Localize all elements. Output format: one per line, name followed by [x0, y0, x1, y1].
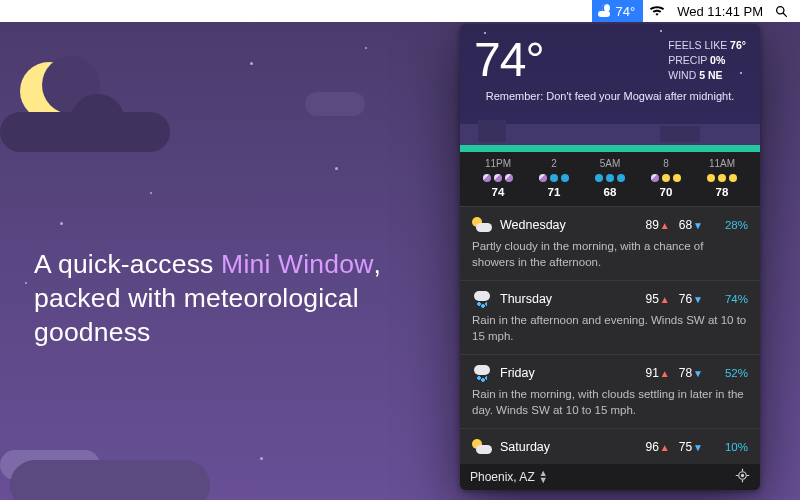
- day-high: 91▲: [645, 366, 670, 380]
- day-description: Rain in the morning, with clouds settlin…: [472, 387, 748, 418]
- forecast-day[interactable]: Thursday95▲76▼74%Rain in the afternoon a…: [460, 281, 760, 355]
- svg-line-1: [783, 13, 786, 16]
- hour-temp: 70: [638, 186, 694, 198]
- day-name: Thursday: [500, 292, 637, 306]
- hour-temp: 71: [526, 186, 582, 198]
- hour-temp: 74: [470, 186, 526, 198]
- current-conditions-panel[interactable]: 74° FEELS LIKE 76° PRECIP 0% WIND 5 NE R…: [460, 24, 760, 152]
- cloud-icon: [305, 92, 365, 116]
- menu-bar-temp: 74°: [616, 4, 636, 19]
- day-name: Saturday: [500, 440, 637, 454]
- rain-icon: [472, 289, 492, 309]
- menu-bar-clock[interactable]: Wed 11:41 PM: [671, 4, 769, 19]
- hour-condition-dots: [526, 172, 582, 183]
- day-precip: 52%: [718, 367, 748, 379]
- arrow-down-icon: ▼: [692, 294, 704, 305]
- arrow-up-icon: ▲: [659, 442, 671, 453]
- arrow-down-icon: ▼: [692, 368, 704, 379]
- day-name: Friday: [500, 366, 637, 380]
- mini-window-footer: Phoenix, AZ ▲▼: [460, 464, 760, 490]
- cloud-moon-icon: [598, 4, 612, 18]
- cloud-icon: [10, 460, 210, 500]
- hour-label: 5AM: [582, 158, 638, 169]
- grass-illustration: [460, 145, 760, 152]
- hour-condition-dots: [582, 172, 638, 183]
- partly-cloudy-icon: [472, 215, 492, 235]
- hourly-forecast-row[interactable]: 11PM25AM811AM7471687078: [460, 152, 760, 207]
- forecast-day[interactable]: Friday91▲78▼52%Rain in the morning, with…: [460, 355, 760, 429]
- hour-condition-dots: [638, 172, 694, 183]
- arrow-up-icon: ▲: [659, 368, 671, 379]
- day-name: Wednesday: [500, 218, 637, 232]
- mini-window: 74° FEELS LIKE 76° PRECIP 0% WIND 5 NE R…: [460, 24, 760, 490]
- day-description: Rain in the afternoon and evening. Winds…: [472, 313, 748, 344]
- feels-like-value: 76°: [730, 39, 746, 51]
- wifi-status-icon[interactable]: [643, 5, 671, 17]
- arrow-down-icon: ▼: [692, 442, 704, 453]
- day-high: 96▲: [645, 440, 670, 454]
- location-picker[interactable]: Phoenix, AZ ▲▼: [470, 470, 548, 484]
- rain-icon: [472, 363, 492, 383]
- spotlight-search-icon[interactable]: [769, 5, 794, 18]
- day-description: Partly cloudy in the morning, with a cha…: [472, 239, 748, 270]
- arrow-up-icon: ▲: [659, 294, 671, 305]
- wind-value: 5 NE: [699, 69, 722, 81]
- current-stats: FEELS LIKE 76° PRECIP 0% WIND 5 NE: [668, 38, 746, 84]
- daily-forecast-list[interactable]: Wednesday89▲68▼28%Partly cloudy in the m…: [460, 207, 760, 464]
- arrow-down-icon: ▼: [692, 220, 704, 231]
- day-low: 76▼: [679, 292, 704, 306]
- forecast-day[interactable]: Saturday96▲75▼10%Partly cloudy in the mo…: [460, 429, 760, 464]
- cloud-icon: [0, 112, 170, 152]
- day-low: 68▼: [679, 218, 704, 232]
- tagline-text: Remember: Don't feed your Mogwai after m…: [460, 89, 760, 104]
- hour-label: 8: [638, 158, 694, 169]
- day-low: 78▼: [679, 366, 704, 380]
- location-label: Phoenix, AZ: [470, 470, 535, 484]
- day-high: 95▲: [645, 292, 670, 306]
- locate-me-button[interactable]: [735, 468, 750, 486]
- day-precip: 10%: [718, 441, 748, 453]
- promo-headline-accent: Mini Window: [221, 249, 373, 279]
- hour-label: 2: [526, 158, 582, 169]
- day-low: 75▼: [679, 440, 704, 454]
- hour-condition-dots: [694, 172, 750, 183]
- precip-value: 0%: [710, 54, 725, 66]
- updown-icon: ▲▼: [539, 470, 548, 484]
- forecast-day[interactable]: Wednesday89▲68▼28%Partly cloudy in the m…: [460, 207, 760, 281]
- partly-cloudy-icon: [472, 437, 492, 457]
- promo-headline: A quick-access Mini Window, packed with …: [34, 248, 420, 350]
- day-high: 89▲: [645, 218, 670, 232]
- svg-point-7: [741, 474, 743, 476]
- hour-condition-dots: [470, 172, 526, 183]
- menu-bar-weather-item[interactable]: 74°: [592, 0, 644, 22]
- hour-temp: 78: [694, 186, 750, 198]
- hour-label: 11AM: [694, 158, 750, 169]
- day-precip: 74%: [718, 293, 748, 305]
- menu-bar: 74° Wed 11:41 PM: [0, 0, 800, 22]
- day-precip: 28%: [718, 219, 748, 231]
- hour-label: 11PM: [470, 158, 526, 169]
- hour-temp: 68: [582, 186, 638, 198]
- arrow-up-icon: ▲: [659, 220, 671, 231]
